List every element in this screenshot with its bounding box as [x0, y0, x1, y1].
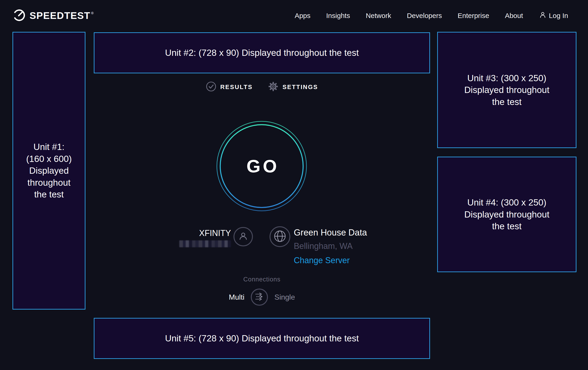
login-label: Log In [549, 12, 568, 20]
login-button[interactable]: Log In [539, 11, 568, 20]
brand-wordmark: SPEEDTEST ® [30, 10, 94, 21]
isp-block: XFINITY [162, 228, 231, 248]
server-location: Bellingham, WA [294, 241, 367, 251]
ad-unit-3[interactable]: Unit #3: (300 x 250) Displayed throughou… [437, 32, 577, 148]
nav-item-about[interactable]: About [505, 12, 523, 20]
speedtest-logo[interactable]: SPEEDTEST ® [12, 9, 94, 23]
top-nav: SPEEDTEST ® Apps Insights Network Develo… [0, 0, 588, 31]
gear-icon [268, 81, 279, 93]
person-icon [539, 11, 547, 20]
ad-unit-4-text: Unit #4: (300 x 250) Displayed throughou… [464, 197, 549, 232]
ad-unit-1[interactable]: Unit #1: (160 x 600) Displayed throughou… [12, 32, 85, 310]
ad-unit-3-text: Unit #3: (300 x 250) Displayed throughou… [464, 72, 549, 108]
ad-unit-5[interactable]: Unit #5: (728 x 90) Displayed throughout… [94, 318, 430, 359]
connections-label: Connections [94, 276, 430, 283]
check-circle-icon [206, 81, 216, 93]
connections-single-option[interactable]: Single [274, 293, 295, 301]
isp-user-badge[interactable] [233, 227, 253, 246]
speedtest-gauge-icon [12, 9, 26, 23]
speedtest-page: SPEEDTEST ® Apps Insights Network Develo… [0, 0, 588, 370]
nav-item-enterprise[interactable]: Enterprise [458, 12, 489, 20]
go-label: GO [215, 120, 308, 212]
settings-tab-label: SETTINGS [283, 83, 318, 91]
ad-unit-1-text: Unit #1: (160 x 600) Displayed throughou… [26, 141, 72, 200]
results-tab-label: RESULTS [220, 83, 253, 91]
view-tabs: RESULTS [94, 81, 430, 93]
user-icon [237, 230, 249, 243]
server-name: Green House Data [294, 228, 367, 238]
nav-item-developers[interactable]: Developers [407, 12, 442, 20]
server-block: Green House Data Bellingham, WA Change S… [294, 228, 367, 265]
trademark-symbol: ® [91, 11, 94, 15]
ad-unit-2-text: Unit #2: (728 x 90) Displayed throughout… [165, 47, 359, 59]
isp-name: XFINITY [162, 228, 231, 238]
multi-arrows-icon [254, 291, 265, 303]
globe-icon [273, 230, 286, 244]
server-globe-badge[interactable] [270, 226, 290, 247]
connections-section: Connections Multi Single [94, 276, 430, 306]
nav-item-apps[interactable]: Apps [295, 12, 310, 20]
ad-unit-2[interactable]: Unit #2: (728 x 90) Displayed throughout… [94, 32, 430, 73]
tab-results[interactable]: RESULTS [206, 81, 253, 93]
connections-multi-option[interactable]: Multi [229, 293, 245, 301]
nav-menu: Apps Insights Network Developers Enterpr… [295, 11, 568, 20]
connections-toggle[interactable] [251, 289, 268, 306]
change-server-link[interactable]: Change Server [294, 256, 367, 265]
nav-item-insights[interactable]: Insights [326, 12, 350, 20]
connections-row: Multi Single [94, 289, 430, 306]
tab-settings[interactable]: SETTINGS [268, 81, 318, 93]
ad-unit-4[interactable]: Unit #4: (300 x 250) Displayed throughou… [437, 157, 577, 272]
ad-unit-5-text: Unit #5: (728 x 90) Displayed throughout… [165, 332, 359, 344]
nav-item-network[interactable]: Network [366, 12, 391, 20]
go-button[interactable]: GO [215, 120, 308, 212]
ip-address-redacted [179, 240, 231, 247]
